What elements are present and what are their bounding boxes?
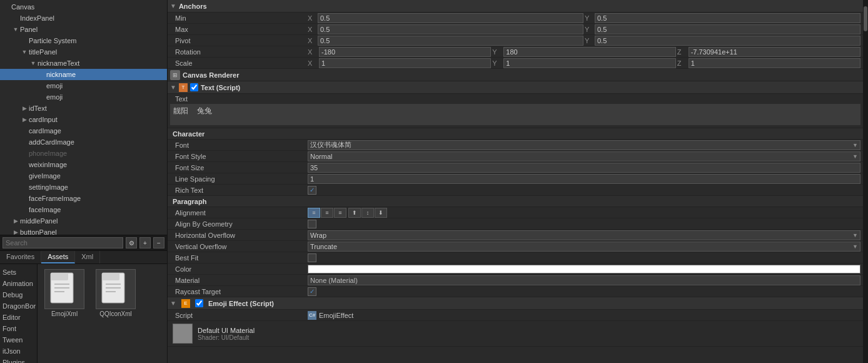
asset-item-qqIconXml[interactable]: QQIconXml [94,269,138,317]
assets-sidebar-item-itJson[interactable]: itJson [0,345,37,357]
script-value-text: EmojiEffect [319,312,353,319]
hierarchy-item-particleSystem[interactable]: Particle System [0,35,167,46]
hierarchy-item-nicknameText[interactable]: ▼nicknameText [0,58,167,69]
inspector-scroll-thumb[interactable] [864,6,867,31]
hierarchy-item-emoji2[interactable]: emoji [0,91,167,103]
hierarchy-item-canvas[interactable]: Canvas [0,1,167,13]
horizontal-overflow-dropdown[interactable]: Wrap ▼ [308,230,860,240]
inspector-scrollbar[interactable] [863,0,868,363]
anchors-min-y-label: Y [585,14,593,22]
pivot-y-input[interactable] [595,36,860,46]
horizontal-overflow-arrow: ▼ [852,232,858,238]
assets-sidebar-item-editor[interactable]: Editor [0,312,37,323]
hierarchy-settings-icon[interactable]: ⚙ [126,237,137,248]
emoji-effect-arrow-icon: ▼ [170,300,176,307]
hierarchy-item-buttonPanel[interactable]: ▶buttonPanel [0,227,167,235]
align-left-btn[interactable]: ≡ [308,208,320,218]
assets-sidebar-item-tween[interactable]: Tween [0,334,37,345]
material-field[interactable]: None (Material) [308,275,860,285]
hierarchy-item-faceImage[interactable]: faceImage [0,204,167,215]
material-label: Material [170,277,308,284]
pivot-x-input[interactable] [318,36,583,46]
rotation-y-input[interactable] [503,47,675,57]
anchors-max-y-label: Y [585,26,593,33]
hierarchy-item-idText[interactable]: ▶idText [0,103,167,114]
emoji-effect-checkbox[interactable] [195,299,203,307]
bottom-tab-xml[interactable]: Xml [75,251,100,263]
align-top-btn[interactable]: ⬆ [348,208,361,218]
align-center-btn[interactable]: ≡ [321,208,333,218]
anchors-section-header[interactable]: ▼ Anchors [168,0,863,13]
hierarchy-item-titlePanel[interactable]: ▼titlePanel [0,46,167,58]
align-bottom-btn[interactable]: ⬇ [375,208,387,218]
paragraph-section-label: Paragraph [168,196,863,207]
text-script-section-header[interactable]: ▼ T Text (Script) [168,81,863,94]
assets-sidebar-item-animation[interactable]: Animation [0,278,37,289]
hierarchy-item-cardInput[interactable]: ▶cardInput [0,114,167,125]
font-size-input[interactable] [308,163,860,173]
hierarchy-item-cardImage[interactable]: cardImage [0,125,167,136]
font-dropdown[interactable]: 汉仪书魂体简 ▼ [308,140,860,150]
hierarchy-item-nickname[interactable]: nickname [0,69,167,80]
rotation-x-input[interactable] [319,47,491,57]
hierarchy-item-weixinImage[interactable]: weixinImage [0,159,167,170]
text-script-checkbox[interactable] [190,83,198,91]
anchors-max-x-input[interactable] [318,24,583,34]
bottom-tabs: FavoritesAssetsXml [0,251,167,264]
anchors-min-y-input[interactable] [595,13,860,23]
assets-sidebar-item-font[interactable]: Font [0,323,37,334]
align-by-geometry-checkbox[interactable] [308,220,316,228]
hierarchy-item-label: faceFrameImage [29,195,81,202]
color-swatch[interactable] [308,265,860,274]
hierarchy-item-panel[interactable]: ▼Panel [0,24,167,35]
hierarchy-item-indexPanel[interactable]: IndexPanel [0,13,167,24]
emoji-effect-section-header[interactable]: ▼ E Emoji Effect (Script) [168,297,863,310]
hierarchy-minus-icon[interactable]: − [153,237,164,248]
assets-sidebar-item-debug[interactable]: Debug [0,289,37,300]
hierarchy-add-icon[interactable]: + [139,237,151,248]
bottom-tab-favorites[interactable]: Favorites [0,251,41,263]
rotation-value: X Y Z [308,47,860,57]
line-spacing-input[interactable] [308,174,860,184]
hierarchy-item-phoneImage[interactable]: phoneImage [0,148,167,159]
scale-x-input[interactable] [319,58,491,68]
hierarchy-item-giveImage[interactable]: giveImage [0,170,167,182]
anchors-min-x-input[interactable] [318,13,583,23]
hierarchy-item-label: phoneImage [29,150,67,157]
hierarchy-arrow-icon: ▶ [11,218,20,224]
anchors-max-y-input[interactable] [595,24,860,34]
assets-sidebar-item-plugins[interactable]: Plugins [0,357,37,363]
hierarchy-item-emoji1[interactable]: emoji [0,80,167,91]
scale-z-label: Z [677,59,686,67]
rotation-z-input[interactable] [689,47,860,57]
text-script-icon: T [179,83,188,92]
hierarchy-search-input[interactable] [3,237,123,248]
text-content-input[interactable] [170,104,860,125]
line-spacing-row: Line Spacing [168,173,863,185]
hierarchy-item-middlePanel[interactable]: ▶middlePanel [0,215,167,227]
raycast-target-checkbox[interactable] [308,287,316,296]
hierarchy-item-addCardImage[interactable]: addCardImage [0,136,167,148]
hierarchy-item-label: cardImage [29,127,61,135]
text-script-arrow-icon: ▼ [170,84,176,91]
scale-z-input[interactable] [689,58,860,68]
material-thumbnail [173,324,193,344]
rich-text-label: Rich Text [170,187,308,194]
hierarchy-item-settingImage[interactable]: settingImage [0,182,167,193]
asset-item-emojiXml[interactable]: EmojiXml [43,269,86,317]
font-style-dropdown[interactable]: Normal ▼ [308,151,860,161]
align-middle-btn[interactable]: ↕ [361,208,374,218]
assets-sidebar-item-dragonBor[interactable]: DragonBor [0,300,37,312]
rich-text-checkbox[interactable] [308,186,316,195]
vertical-overflow-row: Vertical Overflow Truncate ▼ [168,241,863,252]
scale-y-input[interactable] [503,58,675,68]
font-size-label: Font Size [170,164,308,171]
vertical-overflow-dropdown[interactable]: Truncate ▼ [308,242,860,252]
align-right-btn[interactable]: ≡ [334,208,346,218]
hierarchy-item-label: nicknameText [38,59,79,67]
assets-sidebar-item-sets[interactable]: Sets [0,267,37,278]
anchors-min-value: X Y [308,13,860,23]
hierarchy-item-faceFrameImage[interactable]: faceFrameImage [0,193,167,204]
best-fit-checkbox[interactable] [308,253,316,262]
bottom-tab-assets[interactable]: Assets [41,251,75,263]
